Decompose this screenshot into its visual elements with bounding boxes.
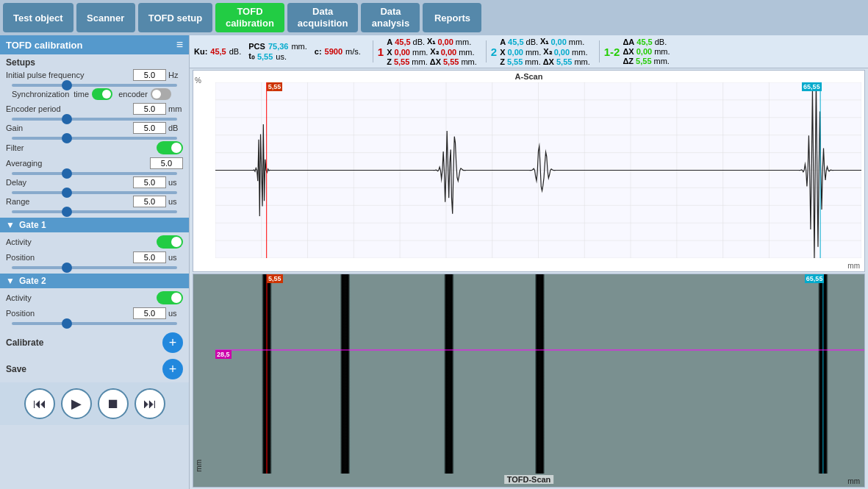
c2-x2-unit: mm.	[572, 48, 587, 57]
c12-dz-unit: mm.	[654, 57, 670, 65]
c2-z-row: Z 5,55 mm. ΔX 5,55 mm.	[500, 57, 590, 66]
gate2-label: Gate 2	[19, 276, 46, 286]
pcs-val: 75,36	[268, 42, 289, 51]
nav-tofd-setup[interactable]: TOFD setup	[138, 3, 212, 32]
gate2-position-slider[interactable]	[6, 322, 183, 325]
c1-z-row: Z 5,55 mm. ΔX 5,55 mm.	[387, 57, 477, 66]
nav-test-object[interactable]: Test object	[3, 3, 73, 32]
sync-encoder-label: encoder	[118, 90, 148, 99]
range-slider[interactable]	[6, 210, 183, 213]
ascan-cyan-marker-label: 65,55	[802, 82, 822, 91]
c1-x-label: X	[387, 48, 392, 57]
cursor12-id: 1-2	[604, 46, 620, 58]
c2-z-unit: mm.	[525, 57, 540, 66]
c-group: c: 5900 m/s.	[315, 47, 361, 56]
nav-data-analysis[interactable]: Dataanalysis	[361, 3, 420, 32]
gate2-position-row: Position us	[6, 307, 183, 319]
divider2	[486, 40, 487, 63]
filter-row: Filter	[6, 141, 183, 154]
play-button[interactable]: ▶	[61, 388, 92, 419]
panel-header: TOFD calibration ≡	[0, 35, 189, 54]
gate1-position-slider[interactable]	[6, 266, 183, 269]
gate1-label: Gate 1	[19, 220, 46, 230]
c12-dx-unit: mm.	[654, 47, 670, 56]
gate2-position-input[interactable]	[133, 307, 166, 319]
panel-title: TOFD calibration	[6, 40, 83, 51]
nav-reports[interactable]: Reports	[423, 3, 481, 32]
filter-toggle[interactable]	[157, 141, 183, 154]
delay-row: Delay us	[6, 176, 183, 188]
initial-pulse-freq-row: Initial pulse frequency Hz	[6, 69, 183, 81]
tofd-canvas[interactable]	[215, 274, 864, 474]
c2-x1-val: 0,00	[550, 38, 566, 46]
c12-dx-label: ΔX	[623, 47, 634, 56]
c2-x2-val: 0,00	[554, 48, 570, 57]
menu-icon[interactable]: ≡	[176, 38, 183, 51]
c1-a-label: A	[387, 38, 392, 46]
pcs-label: PCS	[248, 42, 265, 51]
transport-controls: ⏮ ▶ ⏹ ⏭	[0, 382, 189, 425]
divider1	[373, 40, 373, 63]
ascan-title: A-Scan	[515, 72, 543, 81]
c12-dx-row: ΔX 0,00 mm.	[623, 47, 670, 56]
averaging-slider[interactable]	[6, 172, 183, 175]
ku-group: Ku: 45,5 dB.	[194, 47, 241, 56]
gate1-activity-toggle[interactable]	[157, 235, 183, 249]
gain-slider[interactable]	[6, 137, 183, 140]
c2-x-unit: mm.	[526, 48, 541, 57]
top-navigation: Test object Scanner TOFD setup TOFDcalib…	[0, 0, 868, 35]
c2-x-label: X	[500, 48, 505, 57]
gate1-activity-label: Activity	[6, 238, 157, 246]
info-meas-bar: Ku: 45,5 dB. PCS 75,36 mm. t₀ 5,55 us. c…	[190, 35, 868, 68]
right-panel: Ku: 45,5 dB. PCS 75,36 mm. t₀ 5,55 us. c…	[190, 35, 868, 489]
c12-da-label: ΔA	[623, 38, 634, 46]
encoder-period-input[interactable]	[133, 103, 166, 115]
c2-x-val: 0,00	[508, 48, 523, 57]
gate1-position-input[interactable]	[133, 251, 166, 263]
c1-x-unit: mm.	[412, 48, 428, 57]
gate1-arrow: ▼	[6, 220, 15, 230]
c1-x1-val: 0,00	[437, 38, 453, 46]
initial-pulse-freq-input[interactable]	[133, 69, 166, 81]
save-label: Save	[6, 364, 26, 374]
tofd-panel: TOFD-Scan mm mm 5,55 65,55 28,5	[193, 274, 865, 488]
gate2-position-label: Position	[6, 309, 133, 318]
gate2-activity-row: Activity	[6, 291, 183, 304]
encoder-period-slider[interactable]	[6, 118, 183, 121]
initial-pulse-freq-label: Initial pulse frequency	[6, 71, 133, 79]
range-input[interactable]	[133, 196, 166, 207]
nav-data-acquisition[interactable]: Dataacquisition	[287, 3, 359, 32]
sync-time-toggle[interactable]	[92, 88, 112, 100]
range-unit: us	[168, 197, 183, 206]
gate2-activity-toggle[interactable]	[157, 291, 183, 304]
c2-x-row: X 0,00 mm. X₂ 0,00 mm.	[500, 47, 590, 57]
averaging-input[interactable]	[150, 157, 183, 169]
ascan-x-unit: mm	[847, 262, 860, 270]
ascan-canvas[interactable]	[215, 82, 861, 258]
calibrate-label: Calibrate	[6, 338, 43, 348]
sync-row: Synchronization time encoder	[6, 88, 183, 100]
calibrate-button[interactable]: +	[162, 332, 183, 353]
c1-x2-label: X₂	[430, 47, 438, 57]
range-row: Range us	[6, 196, 183, 207]
delay-slider[interactable]	[6, 191, 183, 194]
c2-a-val: 45,5	[508, 38, 523, 46]
c1-x2-unit: mm.	[459, 48, 474, 57]
forward-button[interactable]: ⏭	[134, 388, 165, 419]
initial-pulse-freq-unit: Hz	[168, 71, 183, 79]
gate1-section: Activity Position us	[0, 232, 189, 274]
c1-z-val: 5,55	[394, 57, 409, 66]
gain-unit: dB	[168, 124, 183, 132]
nav-scanner[interactable]: Scanner	[76, 3, 135, 32]
initial-pulse-freq-slider[interactable]	[6, 84, 183, 87]
sync-encoder-toggle[interactable]	[151, 88, 171, 100]
rewind-button[interactable]: ⏮	[24, 388, 55, 419]
c-unit: m/s.	[345, 47, 361, 56]
gate1-position-unit: us	[168, 253, 183, 262]
delay-input[interactable]	[133, 176, 166, 188]
stop-button[interactable]: ⏹	[98, 388, 129, 419]
nav-tofd-calibration[interactable]: TOFDcalibration	[215, 3, 284, 32]
save-button[interactable]: +	[162, 359, 183, 379]
gain-input[interactable]	[133, 122, 166, 134]
c2-a-unit: dB.	[526, 38, 539, 46]
